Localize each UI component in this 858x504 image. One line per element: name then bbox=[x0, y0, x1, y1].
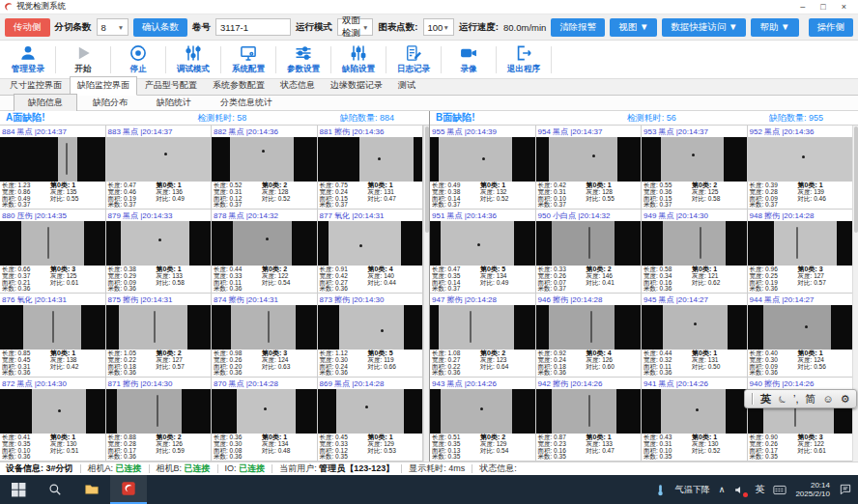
defect-cell-details: 长度: 0.52 宽度: 0.31 面积: 0.12 米数: 0.37 第0类:… bbox=[212, 182, 317, 209]
defect-cell[interactable]: 954 黑点 |20:14:37 长度: 0.42 宽度: 0.31 面积: 0… bbox=[536, 126, 643, 210]
panel-b-scrollbar[interactable] bbox=[852, 126, 858, 462]
defect-image bbox=[0, 221, 105, 266]
tab-status-info[interactable]: 状态信息 bbox=[272, 76, 323, 96]
defect-image bbox=[430, 305, 535, 350]
defect-cell[interactable]: 953 黑点 |20:14:37 长度: 0.55 宽度: 0.36 面积: 0… bbox=[642, 126, 748, 210]
taskbar-clock[interactable]: 20:14 2025/2/10 bbox=[795, 481, 830, 498]
slit-count-select[interactable]: 8 ▼ bbox=[97, 18, 129, 36]
view-menu-button[interactable]: 视图 ▼ bbox=[610, 18, 657, 37]
operator-side-button[interactable]: 操作侧 bbox=[809, 18, 854, 37]
tray-expand-chevron[interactable]: ∧ bbox=[719, 485, 726, 494]
confirm-count-button[interactable]: 确认条数 bbox=[133, 18, 187, 37]
defect-cell[interactable]: 943 黑点 |20:14:26 长度: 0.51 宽度: 0.35 面积: 0… bbox=[430, 378, 536, 462]
clear-alarm-button[interactable]: 清除报警 bbox=[551, 18, 605, 37]
defect-meter-position: 米数: 0.37 bbox=[538, 286, 584, 293]
weather-text[interactable]: 气温下降 bbox=[675, 484, 710, 496]
defect-cell[interactable]: 883 黑点 |20:14:37 长度: 0.47 宽度: 0.46 面积: 0… bbox=[106, 126, 213, 210]
close-button[interactable]: × bbox=[842, 0, 846, 14]
stop-button[interactable]: 停止 bbox=[116, 43, 160, 75]
volume-tray-icon[interactable] bbox=[733, 484, 746, 496]
defect-cell[interactable]: 876 氧化 |20:14:31 长度: 0.85 宽度: 0.45 面积: 0… bbox=[0, 294, 106, 378]
defect-cell-details: 长度: 0.49 宽度: 0.38 面积: 0.14 米数: 0.37 第0类:… bbox=[430, 182, 535, 209]
defect-cell[interactable]: 945 黑点 |20:14:27 长度: 0.44 宽度: 0.32 面积: 0… bbox=[642, 294, 748, 378]
tab-test[interactable]: 测试 bbox=[390, 76, 423, 96]
defect-cell[interactable]: 951 黑点 |20:14:36 长度: 0.47 宽度: 0.35 面积: 0… bbox=[430, 210, 536, 294]
ime-language-indicator[interactable]: 英 bbox=[755, 483, 764, 496]
minimize-button[interactable]: – bbox=[800, 0, 805, 14]
inspection-app-button[interactable] bbox=[110, 475, 147, 504]
defect-cell[interactable]: 872 黑点 |20:14:30 长度: 0.41 宽度: 0.35 面积: 0… bbox=[0, 378, 106, 462]
param-settings-button[interactable]: 参数设置 bbox=[281, 43, 326, 75]
tab-edge-data-record[interactable]: 边缘数据记录 bbox=[323, 76, 390, 96]
defect-cell[interactable]: 955 黑点 |20:14:39 长度: 0.49 宽度: 0.38 面积: 0… bbox=[430, 126, 536, 210]
tab-system-param-config[interactable]: 系统参数配置 bbox=[205, 76, 272, 96]
tab-product-model-config[interactable]: 产品型号配置 bbox=[137, 76, 205, 96]
drive-side-button[interactable]: 传动侧 bbox=[5, 18, 50, 37]
start-button[interactable] bbox=[0, 475, 37, 504]
maximize-button[interactable]: □ bbox=[820, 0, 825, 14]
ime-toolbar[interactable]: 英 ☽ ’, 简 ☺ ⚙ bbox=[744, 389, 857, 408]
debug-mode-button[interactable]: 调试模式 bbox=[171, 43, 215, 75]
panel-b-title: B面缺陷! bbox=[436, 111, 475, 125]
tab-defect-monitor[interactable]: 缺陷监控界面 bbox=[70, 76, 137, 96]
record-video-button[interactable]: 录像 bbox=[446, 43, 491, 75]
system-config-button[interactable]: 系统配置 bbox=[226, 43, 271, 75]
subtab-class-info-statistics[interactable]: 分类信息统计 bbox=[207, 95, 286, 111]
defect-mark bbox=[802, 155, 805, 158]
defect-cell[interactable]: 877 氧化 |20:14:31 长度: 0.91 宽度: 0.42 面积: 0… bbox=[318, 210, 424, 294]
ime-drag-handle[interactable] bbox=[752, 393, 754, 405]
taskbar-search-button[interactable] bbox=[37, 475, 73, 504]
defect-cell[interactable]: 944 黑点 |20:14:27 长度: 0.40 宽度: 0.30 面积: 0… bbox=[748, 294, 854, 378]
divider bbox=[330, 46, 331, 73]
tab-size-monitor[interactable]: 尺寸监控界面 bbox=[2, 76, 70, 96]
defect-cell[interactable]: 952 黑点 |20:14:36 长度: 0.39 宽度: 0.28 面积: 0… bbox=[748, 126, 854, 210]
defect-cell[interactable]: 884 黑点 |20:14:37 长度: 1.23 宽度: 0.86 面积: 0… bbox=[0, 126, 106, 210]
defect-meter-position: 米数: 0.37 bbox=[320, 202, 365, 209]
ime-english-toggle[interactable]: 英 bbox=[760, 390, 771, 407]
exit-program-button[interactable]: 退出程序 bbox=[501, 43, 546, 75]
subtab-defect-distribution[interactable]: 缺陷分布 bbox=[79, 95, 141, 111]
subtab-defect-statistics[interactable]: 缺陷统计 bbox=[143, 95, 205, 111]
device-info: 设备信息: 3#分切 bbox=[6, 462, 73, 475]
ime-settings-gear-icon[interactable]: ⚙ bbox=[841, 390, 850, 407]
defect-cell[interactable]: 880 压伤 |20:14:35 长度: 0.66 宽度: 0.37 面积: 0… bbox=[0, 210, 106, 294]
defect-image bbox=[430, 221, 535, 266]
ime-emoji-button[interactable]: ☺ bbox=[822, 390, 833, 407]
defect-cell[interactable]: 870 黑点 |20:14:28 长度: 0.36 宽度: 0.30 面积: 0… bbox=[212, 378, 318, 462]
defect-cell[interactable]: 942 擦伤 |20:14:26 长度: 0.87 宽度: 0.23 面积: 0… bbox=[536, 378, 643, 462]
run-mode-select[interactable]: 双面检测 ▼ bbox=[337, 18, 374, 36]
defect-cell[interactable]: 874 擦伤 |20:14:31 长度: 0.98 宽度: 0.26 面积: 0… bbox=[212, 294, 318, 378]
log-record-button[interactable]: 日志记录 bbox=[391, 43, 436, 75]
defect-cell[interactable]: 879 黑点 |20:14:33 长度: 0.38 宽度: 0.29 面积: 0… bbox=[106, 210, 213, 294]
admin-login-button[interactable]: 管理登录 bbox=[6, 43, 50, 75]
defect-cell[interactable]: 941 黑点 |20:14:26 长度: 0.43 宽度: 0.31 面积: 0… bbox=[642, 378, 748, 462]
defect-cell[interactable]: 947 擦伤 |20:14:28 长度: 1.08 宽度: 0.27 面积: 0… bbox=[430, 294, 536, 378]
defect-cell[interactable]: 946 擦伤 |20:14:28 长度: 0.92 宽度: 0.24 面积: 0… bbox=[536, 294, 643, 378]
scrollbar-thumb[interactable] bbox=[854, 126, 858, 233]
defect-cell[interactable]: 873 擦伤 |20:14:30 长度: 1.12 宽度: 0.30 面积: 0… bbox=[318, 294, 424, 378]
roll-number-input[interactable]: 3117-1 bbox=[215, 18, 291, 36]
defect-image bbox=[642, 137, 747, 182]
defect-cell[interactable]: 871 擦伤 |20:14:30 长度: 0.88 宽度: 0.28 面积: 0… bbox=[106, 378, 213, 462]
keyboard-icon[interactable] bbox=[773, 485, 786, 495]
defect-cell[interactable]: 869 黑点 |20:14:28 长度: 0.45 宽度: 0.33 面积: 0… bbox=[318, 378, 424, 462]
defect-cell[interactable]: 875 擦伤 |20:14:31 长度: 1.05 宽度: 0.22 面积: 0… bbox=[106, 294, 213, 378]
subtab-defect-info[interactable]: 缺陷信息 bbox=[14, 94, 77, 112]
ime-fullhalf-moon-icon[interactable]: ☽ bbox=[773, 389, 790, 408]
defect-cell[interactable]: 949 黑点 |20:14:30 长度: 0.58 宽度: 0.34 面积: 0… bbox=[642, 210, 748, 294]
action-center-icon[interactable] bbox=[839, 483, 852, 496]
defect-settings-button[interactable]: 缺陷设置 bbox=[336, 43, 381, 75]
defect-cell[interactable]: 950 小白点 |20:14:32 长度: 0.33 宽度: 0.26 面积: … bbox=[536, 210, 643, 294]
start-button[interactable]: 开始 bbox=[61, 43, 105, 75]
defect-meter-position: 米数: 0.36 bbox=[108, 286, 154, 293]
chart-points-select[interactable]: 100 ▼ bbox=[423, 18, 454, 36]
help-menu-button[interactable]: 帮助 ▼ bbox=[751, 18, 798, 37]
ime-simplified-toggle[interactable]: 简 bbox=[805, 390, 815, 407]
data-access-menu-button[interactable]: 数据快捷访问 ▼ bbox=[662, 18, 746, 37]
defect-cell[interactable]: 878 黑点 |20:14:32 长度: 0.44 宽度: 0.33 面积: 0… bbox=[212, 210, 318, 294]
defect-cell[interactable]: 948 擦伤 |20:14:28 长度: 0.96 宽度: 0.25 面积: 0… bbox=[748, 210, 854, 294]
defect-cell[interactable]: 882 黑点 |20:14:36 长度: 0.52 宽度: 0.31 面积: 0… bbox=[212, 126, 318, 210]
defect-cell[interactable]: 881 擦伤 |20:14:36 长度: 0.75 宽度: 0.24 面积: 0… bbox=[318, 126, 424, 210]
ime-punctuation-toggle[interactable]: ’, bbox=[793, 390, 799, 407]
file-explorer-button[interactable] bbox=[73, 475, 110, 504]
